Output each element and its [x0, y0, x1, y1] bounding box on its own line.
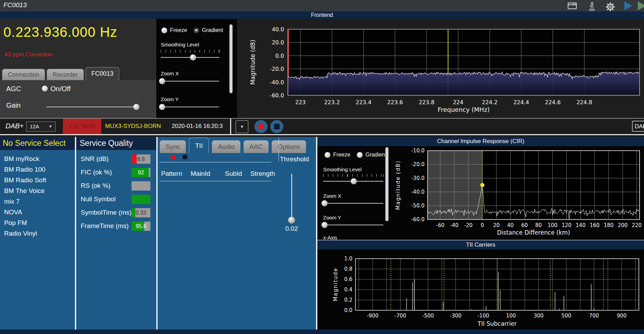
channel-select-value: 12A	[30, 123, 39, 129]
svg-text:-700: -700	[394, 313, 406, 319]
threshold-label: Threshold	[280, 155, 309, 163]
dab-badge[interactable]: DAB	[632, 121, 644, 132]
play-green-icon[interactable]	[638, 1, 644, 10]
quality-row: SNR (dB)6.8	[76, 153, 156, 166]
gain-slider-knob[interactable]	[133, 104, 139, 110]
chevron-down-icon: ▼	[49, 122, 52, 131]
threshold-value: 0.02	[281, 225, 302, 233]
tii-column-strength[interactable]: Strength	[250, 170, 275, 177]
tii-header-underline	[159, 181, 271, 181]
svg-text:20: 20	[493, 222, 500, 228]
zoomy-slider-knob[interactable]	[159, 104, 165, 110]
tab-fc0013[interactable]: FC0013	[86, 67, 119, 80]
info-icon[interactable]	[588, 2, 596, 11]
service-item[interactable]: NOVA	[0, 207, 75, 217]
svg-text:220: 220	[632, 222, 642, 228]
svg-text:-20: -20	[464, 222, 473, 228]
service-quality-panel: Service Quality SNR (dB)6.8FIC (ok %)92R…	[76, 137, 156, 330]
service-item[interactable]: BM Radio Soft	[0, 175, 75, 185]
svg-text:0.0: 0.0	[344, 307, 352, 313]
services-panel: No Service Select BM myRockBM Radio 100B…	[0, 137, 75, 330]
svg-text:Magnitude (dB): Magnitude (dB)	[395, 160, 401, 210]
svg-text:-40: -40	[450, 222, 459, 228]
tab-sync[interactable]: Sync	[160, 140, 186, 153]
tii-column-subid[interactable]: SubId	[225, 170, 242, 177]
frontend-section-header: Frontend	[0, 11, 644, 19]
quality-metric-value	[132, 195, 150, 204]
tab-recorder[interactable]: Recorder	[47, 69, 84, 80]
service-item[interactable]: Pop FM	[0, 217, 75, 228]
spectrum-freeze-label: Freeze	[170, 27, 187, 33]
smoothing-ruler	[161, 50, 219, 53]
gear-icon[interactable]	[606, 2, 615, 12]
svg-text:0.0: 0.0	[275, 53, 284, 59]
zoomy-slider-track[interactable]	[161, 107, 219, 107]
record-button[interactable]	[255, 120, 268, 133]
tab-tii[interactable]: TII	[189, 138, 209, 153]
svg-text:900: 900	[617, 313, 627, 319]
tii-column-mainid[interactable]: MainId	[191, 170, 210, 177]
threshold-slider-knob[interactable]	[288, 217, 295, 224]
gain-label: Gain	[6, 101, 21, 109]
service-item[interactable]: Radio Vinyl	[0, 228, 75, 239]
smoothing-slider-knob[interactable]	[190, 54, 196, 61]
cir-zoomy-slider-knob[interactable]	[321, 222, 328, 228]
threshold-slider-track[interactable]	[291, 174, 292, 222]
svg-text:140: 140	[576, 222, 586, 228]
cir-freeze-radio[interactable]	[325, 152, 330, 158]
service-item[interactable]: BM myRock	[0, 153, 75, 164]
svg-text:180: 180	[604, 222, 614, 228]
channel-select[interactable]: 12A ▼	[26, 121, 56, 132]
svg-text:0.8: 0.8	[344, 266, 352, 272]
tii-column-pattern[interactable]: Pattern	[161, 170, 182, 177]
stop-button[interactable]	[270, 120, 283, 133]
tab-connection[interactable]: Connection	[2, 69, 45, 80]
svg-text:-60.0: -60.0	[411, 216, 425, 223]
svg-text:-300: -300	[450, 313, 462, 319]
tii-stop-indicator-icon[interactable]	[183, 155, 187, 159]
spectrum-controls-scrollbar[interactable]	[229, 24, 233, 93]
spectrum-gradient-checked-icon[interactable]	[193, 28, 199, 33]
window-icon[interactable]	[567, 2, 577, 10]
app-window: FC0013 Frontend 0.223.936.000 Hz	[0, 0, 644, 334]
cir-controls-scrollbar[interactable]	[385, 147, 388, 221]
quality-metric-value	[132, 181, 150, 191]
quality-row: FrameTime (ms)95.6	[76, 220, 156, 233]
quality-row: RS (ok %)	[76, 180, 156, 193]
cir-zoomy-slider-track[interactable]	[323, 225, 383, 225]
play-blue-icon[interactable]	[624, 1, 632, 10]
cir-zoomx-slider-knob[interactable]	[321, 200, 328, 206]
tab-aac[interactable]: AAC	[244, 140, 269, 153]
zoomx-slider-track[interactable]	[161, 81, 219, 82]
agc-label: AGC	[6, 85, 21, 93]
service-item[interactable]: BM The Voice	[0, 185, 75, 196]
cir-tii-area: Channel Impulse Response (CIR) Freeze Gr…	[317, 137, 644, 330]
zoomx-slider-knob[interactable]	[159, 78, 165, 84]
tab-audio[interactable]: Audio	[212, 140, 240, 153]
svg-text:223: 223	[295, 99, 306, 106]
cir-gradient-radio[interactable]	[357, 152, 363, 158]
spectrum-freeze-radio[interactable]	[161, 28, 167, 33]
svg-text:224: 224	[453, 99, 464, 106]
svg-text:20.0: 20.0	[272, 39, 284, 46]
svg-text:Frequency (MHz): Frequency (MHz)	[438, 106, 489, 113]
tii-carriers-header: TII Carriers	[317, 240, 644, 249]
cir-zoomx-slider-track[interactable]	[323, 203, 383, 204]
service-quality-header: Service Quality	[76, 137, 156, 150]
main-area: No Service Select BM myRockBM Radio 100B…	[0, 137, 644, 330]
cir-smoothing-slider-knob[interactable]	[351, 178, 357, 184]
gain-slider-track[interactable]	[46, 107, 139, 107]
service-item[interactable]: mix 7	[0, 196, 75, 207]
service-item[interactable]: BM Radio 100	[0, 164, 75, 175]
tii-divider-line	[159, 162, 271, 162]
tii-record-indicator-icon[interactable]	[171, 155, 176, 160]
agc-toggle-radio[interactable]	[42, 86, 48, 91]
svg-text:1.0: 1.0	[344, 256, 352, 262]
tab-options[interactable]: Options	[272, 140, 306, 153]
svg-text:-40.0: -40.0	[411, 189, 425, 195]
quality-metric-value: 6.8	[132, 154, 150, 164]
quality-metric-value: 92	[132, 168, 150, 177]
services-header: No Service Select	[0, 137, 75, 150]
record-options-dropdown[interactable]: ▼	[236, 120, 248, 133]
svg-text:223.4: 223.4	[356, 99, 372, 106]
